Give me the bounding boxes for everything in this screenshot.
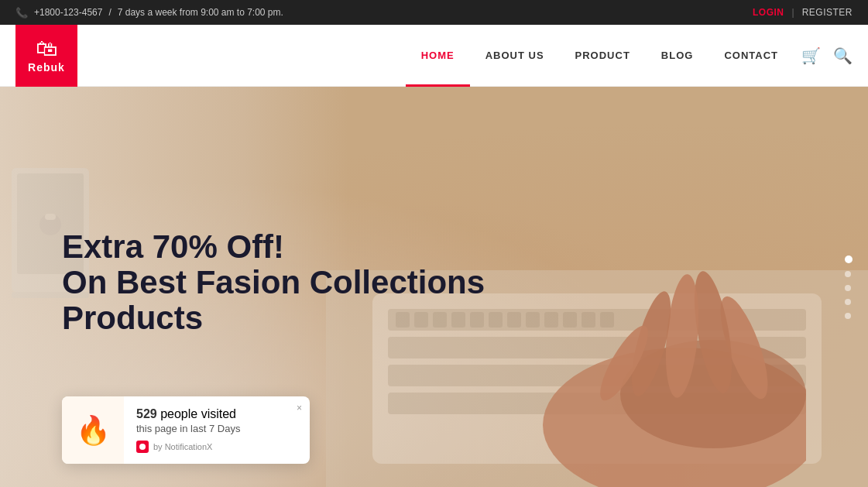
nav-icons: 🛒 🔍 (801, 46, 853, 65)
svg-point-30 (139, 444, 146, 450)
nav-item-product[interactable]: PRODUCT (560, 25, 646, 87)
hero-hand-visual (481, 208, 806, 487)
nav-link-contact[interactable]: CONTACT (708, 25, 794, 87)
slider-dot-5[interactable] (845, 313, 851, 319)
slider-dot-1[interactable] (845, 256, 853, 263)
logo[interactable]: 🛍 Rebuk (15, 25, 77, 87)
phone-number: +1800-123-4567 (34, 7, 102, 18)
cart-icon[interactable]: 🛒 (801, 46, 821, 65)
notification-popup: 🔥 × 529 people visited this page in last… (62, 396, 310, 464)
nav-link-blog[interactable]: BLOG (646, 25, 709, 87)
slider-dot-2[interactable] (845, 271, 851, 277)
navbar: 🛍 Rebuk HOME ABOUT US PRODUCT BLOG CONTA… (0, 25, 868, 87)
logo-text: Rebuk (28, 61, 65, 74)
notification-brand-label: by NotificationX (153, 442, 212, 451)
nav-link-about[interactable]: ABOUT US (470, 25, 560, 87)
notification-content: × 529 people visited this page in last 7… (124, 396, 310, 464)
notification-count: 529 (136, 407, 157, 420)
slider-dot-4[interactable] (845, 299, 851, 305)
hero-section: Extra 70% Off! On Best Fasion Collection… (0, 87, 868, 487)
nav-links: HOME ABOUT US PRODUCT BLOG CONTACT (406, 25, 794, 87)
top-bar-right: LOGIN | REGISTER (753, 7, 853, 18)
divider: | (792, 7, 794, 18)
notification-visited: this page in last 7 Days (136, 423, 297, 434)
separator: / (108, 7, 111, 18)
notification-count-line: 529 people visited (136, 407, 297, 421)
hero-headline: Extra 70% Off! On Best Fasion Collection… (62, 228, 485, 336)
register-link[interactable]: REGISTER (802, 7, 853, 18)
business-hours: 7 days a week from 9:00 am to 7:00 pm. (118, 7, 283, 18)
nav-item-contact[interactable]: CONTACT (708, 25, 794, 87)
notification-fire-icon: 🔥 (62, 396, 124, 464)
nav-item-blog[interactable]: BLOG (646, 25, 709, 87)
notification-brand: by NotificationX (136, 441, 297, 453)
top-bar-left: 📞 +1800-123-4567 / 7 days a week from 9:… (15, 7, 283, 19)
nav-item-home[interactable]: HOME (406, 25, 470, 87)
hero-content: Extra 70% Off! On Best Fasion Collection… (62, 228, 485, 345)
slider-dots (845, 256, 853, 319)
nav-item-about[interactable]: ABOUT US (470, 25, 560, 87)
notification-close[interactable]: × (297, 403, 302, 413)
notification-people-text: people visited (160, 407, 236, 420)
nav-link-home[interactable]: HOME (406, 25, 470, 87)
search-icon[interactable]: 🔍 (833, 46, 853, 65)
login-link[interactable]: LOGIN (753, 7, 784, 18)
nav-link-product[interactable]: PRODUCT (560, 25, 646, 87)
bag-icon: 🛍 (36, 38, 57, 60)
slider-dot-3[interactable] (845, 285, 851, 291)
phone-icon: 📞 (15, 7, 28, 19)
brand-icon (136, 441, 149, 453)
top-bar: 📞 +1800-123-4567 / 7 days a week from 9:… (0, 0, 868, 25)
